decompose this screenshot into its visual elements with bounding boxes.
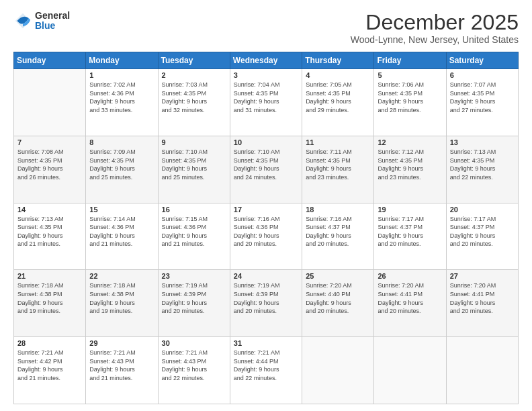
daylight-hours: and 20 minutes. bbox=[162, 307, 226, 316]
daylight-hours: Daylight: 9 hours bbox=[234, 97, 298, 106]
daylight-hours: and 22 minutes. bbox=[234, 374, 298, 383]
sunrise-info: Sunrise: 7:20 AM bbox=[450, 281, 515, 290]
daylight-hours: and 20 minutes. bbox=[306, 240, 370, 248]
sunset-info: Sunset: 4:35 PM bbox=[306, 156, 370, 165]
sunrise-info: Sunrise: 7:10 AM bbox=[234, 148, 298, 156]
day-number: 14 bbox=[17, 205, 82, 214]
daylight-hours: Daylight: 9 hours bbox=[17, 232, 82, 240]
sunrise-info: Sunrise: 7:21 AM bbox=[162, 349, 226, 357]
day-number: 17 bbox=[234, 205, 298, 214]
calendar-cell-1-3: 3Sunrise: 7:04 AMSunset: 4:35 PMDaylight… bbox=[230, 69, 302, 136]
daylight-hours: and 20 minutes. bbox=[306, 307, 370, 316]
main-title: December 2025 bbox=[351, 11, 519, 34]
logo-text: General Blue bbox=[35, 11, 70, 32]
daylight-hours: Daylight: 9 hours bbox=[306, 165, 370, 173]
daylight-hours: and 21 minutes. bbox=[17, 374, 82, 383]
daylight-hours: Daylight: 9 hours bbox=[162, 299, 226, 308]
daylight-hours: Daylight: 9 hours bbox=[306, 299, 370, 308]
sunset-info: Sunset: 4:37 PM bbox=[306, 223, 370, 232]
daylight-hours: Daylight: 9 hours bbox=[89, 299, 154, 308]
calendar-cell-1-4: 4Sunrise: 7:05 AMSunset: 4:35 PMDaylight… bbox=[302, 69, 374, 136]
daylight-hours: Daylight: 9 hours bbox=[378, 97, 442, 106]
sunset-info: Sunset: 4:35 PM bbox=[162, 156, 226, 165]
daylight-hours: Daylight: 9 hours bbox=[17, 299, 82, 308]
sunset-info: Sunset: 4:43 PM bbox=[89, 357, 154, 366]
sunset-info: Sunset: 4:36 PM bbox=[89, 223, 154, 232]
daylight-hours: and 20 minutes. bbox=[378, 307, 442, 316]
calendar-cell-4-0: 21Sunrise: 7:18 AMSunset: 4:38 PMDayligh… bbox=[14, 270, 86, 337]
calendar-cell-4-4: 25Sunrise: 7:20 AMSunset: 4:40 PMDayligh… bbox=[302, 270, 374, 337]
calendar-cell-1-6: 6Sunrise: 7:07 AMSunset: 4:35 PMDaylight… bbox=[446, 69, 518, 136]
day-number: 2 bbox=[162, 71, 226, 79]
daylight-hours: and 21 minutes. bbox=[162, 240, 226, 248]
daylight-hours: and 25 minutes. bbox=[89, 173, 154, 182]
daylight-hours: Daylight: 9 hours bbox=[89, 365, 154, 374]
calendar-cell-2-4: 11Sunrise: 7:11 AMSunset: 4:35 PMDayligh… bbox=[302, 136, 374, 203]
daylight-hours: and 21 minutes. bbox=[17, 240, 82, 248]
logo-blue: Blue bbox=[35, 21, 70, 31]
sunrise-info: Sunrise: 7:17 AM bbox=[450, 215, 515, 224]
sunset-info: Sunset: 4:41 PM bbox=[378, 290, 442, 299]
day-number: 6 bbox=[450, 71, 515, 79]
sunrise-info: Sunrise: 7:14 AM bbox=[89, 215, 154, 224]
daylight-hours: Daylight: 9 hours bbox=[378, 232, 442, 240]
daylight-hours: and 23 minutes. bbox=[306, 173, 370, 182]
calendar-cell-3-1: 15Sunrise: 7:14 AMSunset: 4:36 PMDayligh… bbox=[86, 203, 158, 270]
day-number: 25 bbox=[306, 272, 370, 280]
day-number: 11 bbox=[306, 138, 370, 146]
sunset-info: Sunset: 4:40 PM bbox=[306, 290, 370, 299]
sunrise-info: Sunrise: 7:11 AM bbox=[306, 148, 370, 156]
daylight-hours: Daylight: 9 hours bbox=[234, 232, 298, 240]
sunset-info: Sunset: 4:36 PM bbox=[234, 223, 298, 232]
calendar-cell-3-4: 18Sunrise: 7:16 AMSunset: 4:37 PMDayligh… bbox=[302, 203, 374, 270]
sunrise-info: Sunrise: 7:16 AM bbox=[234, 215, 298, 224]
daylight-hours: Daylight: 9 hours bbox=[450, 299, 515, 308]
day-number: 16 bbox=[162, 205, 226, 214]
day-number: 31 bbox=[234, 339, 298, 347]
day-number: 1 bbox=[89, 71, 154, 79]
sunrise-info: Sunrise: 7:17 AM bbox=[378, 215, 442, 224]
sunset-info: Sunset: 4:35 PM bbox=[450, 156, 515, 165]
daylight-hours: Daylight: 9 hours bbox=[17, 365, 82, 374]
calendar-table: Sunday Monday Tuesday Wednesday Thursday… bbox=[13, 52, 519, 404]
calendar-cell-2-2: 9Sunrise: 7:10 AMSunset: 4:35 PMDaylight… bbox=[158, 136, 230, 203]
day-number: 3 bbox=[234, 71, 298, 79]
calendar-cell-1-5: 5Sunrise: 7:06 AMSunset: 4:35 PMDaylight… bbox=[374, 69, 446, 136]
sunrise-info: Sunrise: 7:20 AM bbox=[378, 281, 442, 290]
day-number: 4 bbox=[306, 71, 370, 79]
daylight-hours: Daylight: 9 hours bbox=[89, 232, 154, 240]
calendar-cell-5-1: 29Sunrise: 7:21 AMSunset: 4:43 PMDayligh… bbox=[86, 337, 158, 404]
calendar-cell-2-1: 8Sunrise: 7:09 AMSunset: 4:35 PMDaylight… bbox=[86, 136, 158, 203]
daylight-hours: Daylight: 9 hours bbox=[378, 299, 442, 308]
calendar-cell-2-0: 7Sunrise: 7:08 AMSunset: 4:35 PMDaylight… bbox=[14, 136, 86, 203]
week-row-4: 21Sunrise: 7:18 AMSunset: 4:38 PMDayligh… bbox=[14, 270, 519, 337]
daylight-hours: Daylight: 9 hours bbox=[234, 165, 298, 173]
sunset-info: Sunset: 4:41 PM bbox=[450, 290, 515, 299]
calendar-cell-4-1: 22Sunrise: 7:18 AMSunset: 4:38 PMDayligh… bbox=[86, 270, 158, 337]
sunset-info: Sunset: 4:39 PM bbox=[234, 290, 298, 299]
daylight-hours: Daylight: 9 hours bbox=[162, 232, 226, 240]
daylight-hours: and 21 minutes. bbox=[89, 374, 154, 383]
title-block: December 2025 Wood-Lynne, New Jersey, Un… bbox=[351, 11, 519, 45]
day-number: 19 bbox=[378, 205, 442, 214]
day-number: 26 bbox=[378, 272, 442, 280]
calendar-cell-3-6: 20Sunrise: 7:17 AMSunset: 4:37 PMDayligh… bbox=[446, 203, 518, 270]
day-number: 29 bbox=[89, 339, 154, 347]
sunrise-info: Sunrise: 7:13 AM bbox=[450, 148, 515, 156]
calendar-cell-1-1: 1Sunrise: 7:02 AMSunset: 4:36 PMDaylight… bbox=[86, 69, 158, 136]
calendar-cell-5-5 bbox=[374, 337, 446, 404]
sunset-info: Sunset: 4:35 PM bbox=[306, 89, 370, 98]
daylight-hours: Daylight: 9 hours bbox=[450, 97, 515, 106]
sunrise-info: Sunrise: 7:18 AM bbox=[17, 281, 82, 290]
daylight-hours: and 33 minutes. bbox=[89, 106, 154, 115]
daylight-hours: and 25 minutes. bbox=[162, 173, 226, 182]
sunrise-info: Sunrise: 7:15 AM bbox=[162, 215, 226, 224]
daylight-hours: Daylight: 9 hours bbox=[306, 232, 370, 240]
daylight-hours: and 28 minutes. bbox=[378, 106, 442, 115]
sunset-info: Sunset: 4:35 PM bbox=[450, 89, 515, 98]
calendar-cell-4-2: 23Sunrise: 7:19 AMSunset: 4:39 PMDayligh… bbox=[158, 270, 230, 337]
day-number: 28 bbox=[17, 339, 82, 347]
daylight-hours: and 19 minutes. bbox=[17, 307, 82, 316]
daylight-hours: and 20 minutes. bbox=[450, 240, 515, 248]
sunset-info: Sunset: 4:42 PM bbox=[17, 357, 82, 366]
